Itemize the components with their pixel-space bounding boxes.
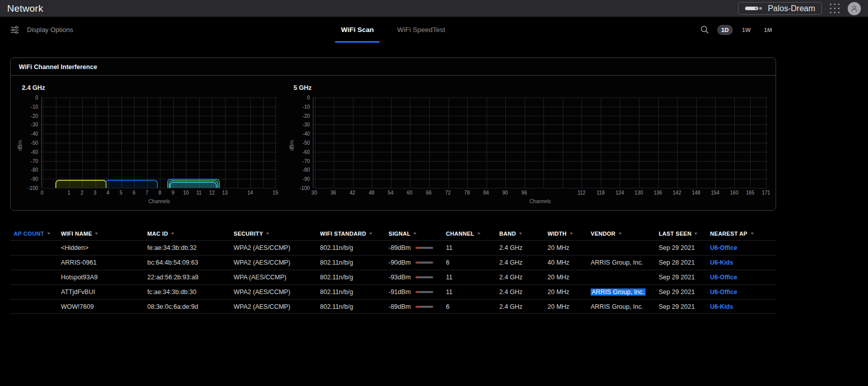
y-tick-label: -30 [31,122,38,127]
column-header-vendor[interactable]: VENDOR [587,231,655,237]
topbar-right-cluster: Palos-Dream [738,2,861,15]
y-tick-label: -10 [31,104,38,109]
signal-bar-fill [415,276,418,278]
sort-caret-icon [171,233,174,235]
grid-line [42,124,277,125]
x-tick-label: 171 [762,190,770,196]
column-header-label: WIDTH [548,231,567,237]
vendor-name: ARRIS Group, Inc. [591,288,646,296]
cell-wifi-name: ARRIS-0961 [57,259,144,266]
cell-band: 2.4 GHz [496,259,544,266]
cell-security: WPA2 (AES/CCMP) [230,303,316,310]
grid-line [42,107,277,107]
cell-wifi-standard: 802.11n/b/g [316,259,385,266]
column-header-signal[interactable]: SIGNAL [385,231,442,237]
x-tick-label: 130 [634,190,643,196]
nearest-ap-link[interactable]: U6-Office [710,288,737,296]
sort-caret-icon [751,233,754,235]
column-header-nearest-ap[interactable]: NEAREST AP [706,231,776,237]
x-tick-label: 5 [119,190,122,196]
x-axis: 3036424854606672788490961121181241301361… [313,190,767,198]
chart-title: 5 GHz [294,84,767,91]
cell-band: 2.4 GHz [496,288,544,296]
time-range-1d[interactable]: 1D [717,25,733,35]
vendor-name: ARRIS Group, Inc. [591,259,644,266]
column-header-wifi-standard[interactable]: WIFI STANDARD [316,231,385,237]
grid-line [147,98,148,188]
x-tick-label: 160 [730,190,738,196]
signal-wrap: -89dBm [389,244,442,251]
column-header-ap-count[interactable]: AP COUNT [10,231,57,237]
x-tick-label: 36 [331,190,336,196]
sort-caret-icon [47,233,50,235]
cell-wifi-standard: 802.11n/b/g [316,274,385,281]
x-tick-label: 148 [692,190,700,196]
apps-grid-icon[interactable] [829,3,840,14]
cell-width: 20 MHz [544,303,587,310]
column-header-width[interactable]: WIDTH [544,231,587,237]
cell-wifi-name: ATTjdFvBUI [57,288,144,296]
column-header-label: AP COUNT [14,231,44,237]
toolbar: Display Options WiFi ScanWiFi SpeedTest … [0,17,868,43]
time-range-1m[interactable]: 1M [760,25,776,35]
cell-last-seen: Sep 28 2021 [655,259,706,266]
network-signal-shape [170,182,217,188]
charts-container: 2.4 GHz dBm 0-10-20-30-40-50-60-70-80-90… [11,76,776,210]
x-tick-label: 124 [616,190,624,196]
cell-width: 40 MHz [544,259,587,266]
cell-last-seen: Sep 29 2021 [655,288,706,296]
column-header-channel[interactable]: CHANNEL [442,231,496,237]
column-header-band[interactable]: BAND [496,231,544,237]
table-row[interactable]: WOW!760908:3e:0c:6a:de:9dWPA2 (AES/CCMP)… [10,299,776,314]
tab-wifi-speedtest[interactable]: WiFi SpeedTest [391,17,452,43]
network-signal-shape [105,180,158,188]
chart-5ghz: 5 GHz dBm 0-10-20-30-40-50-60-70-80-90-1… [291,84,767,204]
grid-line [734,98,735,188]
y-tick-label: -90 [31,176,38,182]
cell-wifi-name: <Hidden> [57,244,144,251]
y-tick-label: -30 [303,122,310,127]
x-tick-label: 154 [711,190,720,196]
column-header-label: VENDOR [591,231,616,237]
grid-line [313,161,767,162]
column-header-mac-id[interactable]: MAC ID [144,231,230,237]
table-row[interactable]: <Hidden>fe:ae:34:3b:db:32WPA2 (AES/CCMP)… [10,240,776,255]
card-header: WiFi Channel Interference [11,58,776,76]
network-signal-shape [55,180,107,188]
cell-signal: -89dBm [385,303,442,310]
column-header-security[interactable]: SECURITY [230,231,316,237]
table-row[interactable]: ARRIS-0961bc:64:4b:54:09:63WPA2 (AES/CCM… [10,255,776,270]
table-row[interactable]: Hotspot93A922:ad:56:2b:93:a9WPA (AES/CCM… [10,270,776,284]
tab-wifi-scan[interactable]: WiFi Scan [335,17,380,43]
column-header-label: CHANNEL [446,231,474,237]
y-tick-label: -80 [303,167,310,173]
signal-bar [415,247,433,249]
avatar[interactable] [848,2,861,15]
y-axis: dBm 0-10-20-30-40-50-60-70-80-90-100 [19,98,41,188]
table-row[interactable]: ATTjdFvBUIfc:ae:34:3b:db:30WPA2 (AES/CCM… [10,284,776,299]
cell-mac-id: 08:3e:0c:6a:de:9d [144,303,230,310]
grid-line [313,98,767,98]
grid-line [313,107,767,107]
column-header-last-seen[interactable]: LAST SEEN [655,231,706,237]
grid-line [505,98,506,188]
cell-vendor: ARRIS Group, Inc. [587,288,655,296]
scan-results-table: AP COUNTWIFI NAMEMAC IDSECURITYWIFI STAN… [10,227,776,314]
x-tick-label: 30 [311,190,317,196]
time-range-1w[interactable]: 1W [738,25,755,35]
x-tick-label: 7 [146,190,149,196]
search-icon[interactable] [700,25,709,34]
nearest-ap-link[interactable]: U6-Office [710,244,737,251]
nearest-ap-link[interactable]: U6-Kids [710,259,733,266]
x-tick-label: 84 [483,190,489,196]
nearest-ap-link[interactable]: U6-Kids [710,303,733,310]
cell-signal: -93dBm [385,274,442,281]
sliders-icon [10,26,19,34]
x-tick-label: 78 [464,190,470,196]
column-header-wifi-name[interactable]: WIFI NAME [57,231,144,237]
plot-area [313,98,767,188]
nearest-ap-link[interactable]: U6-Office [710,274,737,281]
grid-line [353,98,353,188]
console-selector[interactable]: Palos-Dream [738,2,822,15]
display-options-button[interactable]: Display Options [10,26,73,34]
